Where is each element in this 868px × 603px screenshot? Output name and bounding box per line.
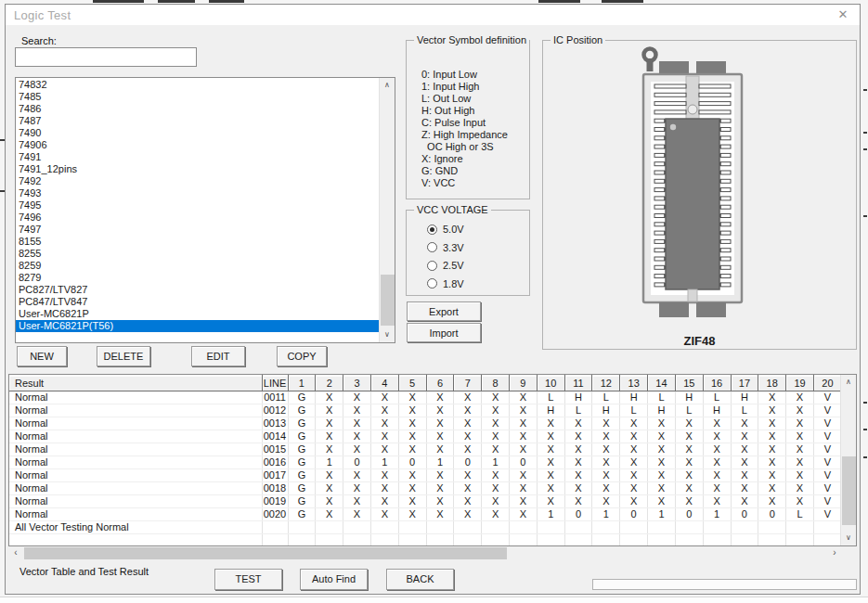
table-hscrollbar[interactable]: ‹ › bbox=[8, 546, 857, 560]
scroll-down-icon[interactable]: ∨ bbox=[380, 327, 395, 342]
list-item[interactable]: PC847/LTV847 bbox=[16, 296, 379, 308]
list-item[interactable]: 7490 bbox=[16, 127, 379, 139]
radio-icon[interactable] bbox=[427, 242, 437, 252]
column-header-pin[interactable]: 6 bbox=[426, 376, 454, 391]
list-item[interactable]: 7491_12pins bbox=[16, 163, 379, 175]
list-item[interactable]: User-MC6821P bbox=[16, 308, 379, 320]
column-header-pin[interactable]: 19 bbox=[786, 376, 814, 391]
scroll-down-icon[interactable]: ∨ bbox=[841, 531, 856, 545]
list-item[interactable]: 7492 bbox=[16, 175, 379, 187]
cell-pin: X bbox=[620, 443, 648, 456]
list-item[interactable]: 7495 bbox=[16, 199, 379, 212]
column-header-pin[interactable]: 1 bbox=[288, 376, 316, 391]
vcc-option-1.8V[interactable]: 1.8V bbox=[427, 277, 464, 290]
table-row[interactable]: Normal0013GXXXXXXXXXXXXXXXXXXV bbox=[9, 417, 842, 430]
column-header-pin[interactable]: 5 bbox=[398, 376, 426, 391]
list-item[interactable]: 7486 bbox=[16, 103, 379, 115]
list-item[interactable]: 7491 bbox=[16, 151, 379, 163]
cell-pin: X bbox=[370, 482, 398, 495]
test-button[interactable]: TEST bbox=[214, 569, 282, 590]
edit-button[interactable]: EDIT bbox=[191, 346, 245, 366]
column-header-pin[interactable]: 17 bbox=[731, 376, 758, 391]
column-header-pin[interactable]: 12 bbox=[592, 376, 620, 391]
table-row[interactable]: Normal0016G10101010XXXXXXXXXXV bbox=[9, 456, 842, 469]
list-item[interactable]: 7487 bbox=[16, 115, 379, 127]
column-header-pin[interactable]: 8 bbox=[482, 376, 510, 391]
table-row[interactable]: Normal0012GXXXXXXXXHLHLHLHLXXV bbox=[9, 404, 842, 417]
close-icon[interactable]: ✕ bbox=[834, 6, 852, 23]
scroll-left-icon[interactable]: ‹ bbox=[8, 546, 23, 560]
column-header-pin[interactable]: 18 bbox=[758, 376, 786, 391]
table-footer-row[interactable]: All Vector Testing Normal bbox=[9, 521, 842, 534]
vcc-option-2.5V[interactable]: 2.5V bbox=[427, 259, 464, 272]
chip-list[interactable]: 7483274857486748774907490674917491_12pin… bbox=[15, 77, 395, 343]
vcc-option-3.3V[interactable]: 3.3V bbox=[427, 241, 464, 254]
list-item[interactable]: 74906 bbox=[16, 139, 379, 151]
cell-pin: X bbox=[426, 495, 454, 508]
column-header-pin[interactable]: 13 bbox=[620, 376, 648, 391]
column-header-pin[interactable]: 10 bbox=[537, 376, 564, 391]
column-header-pin[interactable]: 14 bbox=[648, 376, 676, 391]
cell-pin: X bbox=[510, 417, 538, 430]
vcc-option-5.0V[interactable]: 5.0V bbox=[427, 223, 464, 236]
list-item[interactable]: 74832 bbox=[16, 79, 379, 91]
table-empty-row[interactable] bbox=[9, 534, 842, 546]
list-item[interactable]: 7485 bbox=[16, 91, 379, 103]
list-item[interactable]: 8255 bbox=[16, 248, 379, 260]
list-item[interactable]: User-MC6821P(T56) bbox=[16, 320, 379, 332]
cell-pin bbox=[620, 534, 648, 546]
scroll-thumb[interactable] bbox=[24, 547, 507, 559]
import-button[interactable]: Import bbox=[407, 323, 481, 342]
column-header-pin[interactable]: 7 bbox=[454, 376, 482, 391]
radio-icon[interactable] bbox=[427, 225, 437, 235]
list-item[interactable]: 8259 bbox=[16, 260, 379, 272]
scroll-up-icon[interactable]: ∧ bbox=[380, 78, 395, 93]
table-row[interactable]: Normal0018GXXXXXXXXXXXXXXXXXXV bbox=[9, 482, 842, 495]
table-row[interactable]: Normal0020GXXXXXXXX101010100LV bbox=[9, 508, 842, 521]
column-header-pin[interactable]: 16 bbox=[703, 376, 731, 391]
list-item[interactable]: PC827/LTV827 bbox=[16, 284, 379, 296]
column-header-line[interactable]: LINE bbox=[262, 376, 288, 391]
column-header-pin[interactable]: 20 bbox=[813, 376, 841, 391]
auto-find-button[interactable]: Auto Find bbox=[300, 569, 368, 590]
cell-pin: X bbox=[564, 456, 592, 469]
radio-icon[interactable] bbox=[427, 261, 437, 271]
cell-pin: X bbox=[343, 469, 371, 482]
table-row[interactable]: Normal0014GXXXXXXXXXXXXXXXXXXV bbox=[9, 430, 842, 443]
symbol-line: X: Ignore bbox=[421, 153, 508, 165]
list-item[interactable]: 7496 bbox=[16, 212, 379, 224]
cell-pin: H bbox=[564, 391, 592, 404]
column-header-result[interactable]: Result bbox=[9, 376, 262, 391]
scroll-right-icon[interactable]: › bbox=[827, 546, 842, 560]
list-item[interactable]: 7497 bbox=[16, 224, 379, 236]
result-table[interactable]: ResultLINE123456789101112131415161718192… bbox=[9, 375, 842, 546]
scroll-up-icon[interactable]: ∧ bbox=[841, 375, 856, 390]
column-header-pin[interactable]: 11 bbox=[564, 376, 592, 391]
delete-button[interactable]: DELETE bbox=[97, 346, 150, 366]
scroll-thumb[interactable] bbox=[842, 456, 856, 525]
list-item[interactable]: 7493 bbox=[16, 187, 379, 199]
scroll-thumb[interactable] bbox=[381, 275, 395, 326]
column-header-pin[interactable]: 9 bbox=[510, 376, 538, 391]
column-header-pin[interactable]: 2 bbox=[316, 376, 343, 391]
table-vscrollbar[interactable]: ∧ ∨ bbox=[840, 375, 856, 545]
column-header-pin[interactable]: 3 bbox=[343, 376, 371, 391]
table-row[interactable]: Normal0015GXXXXXXXXXXXXXXXXXXV bbox=[9, 443, 842, 456]
back-button[interactable]: BACK bbox=[386, 569, 454, 590]
radio-icon[interactable] bbox=[427, 278, 437, 289]
table-row[interactable]: Normal0017GXXXXXXXXXXXXXXXXXXV bbox=[9, 469, 842, 482]
column-header-pin[interactable]: 15 bbox=[675, 376, 703, 391]
list-item[interactable]: 8279 bbox=[16, 272, 379, 284]
cell-pin: V bbox=[813, 391, 841, 404]
window-title: Logic Test bbox=[14, 8, 71, 22]
column-header-pin[interactable]: 4 bbox=[370, 376, 398, 391]
list-item[interactable]: 8155 bbox=[16, 236, 379, 248]
table-row[interactable]: Normal0011GXXXXXXXXLHLHLHLHXXV bbox=[9, 391, 842, 404]
new-button[interactable]: NEW bbox=[17, 346, 67, 366]
search-input[interactable] bbox=[15, 47, 197, 67]
copy-button[interactable]: COPY bbox=[277, 346, 327, 366]
cell-pin: X bbox=[454, 391, 482, 404]
export-button[interactable]: Export bbox=[407, 302, 481, 321]
chip-list-scrollbar[interactable]: ∧ ∨ bbox=[379, 78, 395, 342]
table-row[interactable]: Normal0019GXXXXXXXXXXXXXXXXXXV bbox=[9, 495, 842, 508]
